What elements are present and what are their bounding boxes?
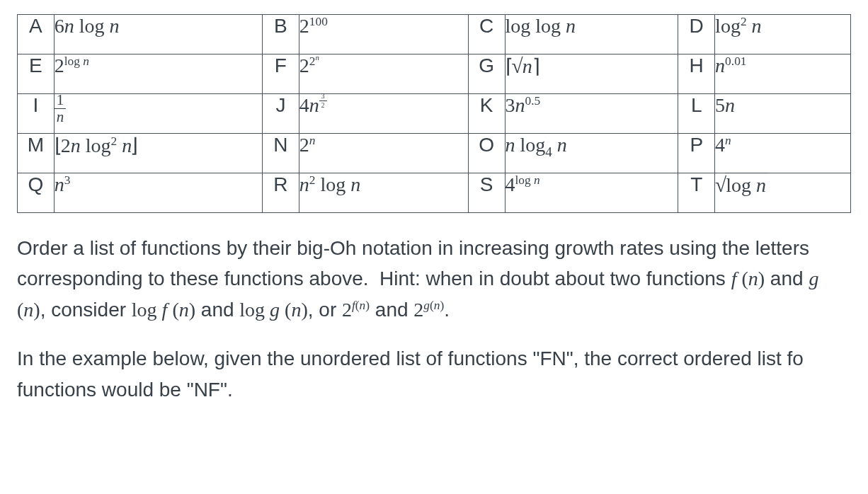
cell-label-O: O	[468, 134, 505, 173]
table-row: A6n log nB2100Clog log nDlog2 n	[18, 15, 851, 54]
table-body: A6n log nB2100Clog log nDlog2 nE2log nF2…	[18, 15, 851, 213]
cell-label-N: N	[263, 134, 299, 173]
cell-expr-B: 2100	[299, 15, 468, 54]
cell-expr-D: log2 n	[715, 15, 851, 54]
cell-label-J: J	[263, 94, 299, 134]
cell-expr-T: log n	[715, 173, 851, 213]
cell-label-C: C	[468, 15, 505, 54]
cell-label-T: T	[678, 173, 715, 213]
cell-label-F: F	[263, 54, 299, 94]
cell-expr-S: 4log n	[505, 173, 678, 213]
instruction-paragraph: Order a list of functions by their big-O…	[17, 233, 851, 325]
cell-expr-F: 22n	[299, 54, 468, 94]
cell-label-M: M	[18, 134, 55, 173]
cell-expr-E: 2log n	[54, 54, 262, 94]
cell-label-H: H	[678, 54, 715, 94]
cell-label-D: D	[678, 15, 715, 54]
table-row: I1nJ4n32K3n0.5L5n	[18, 94, 851, 134]
cell-label-Q: Q	[18, 173, 55, 213]
cell-expr-N: 2n	[299, 134, 468, 173]
cell-expr-I: 1n	[54, 94, 262, 134]
cell-label-R: R	[263, 173, 299, 213]
cell-label-K: K	[468, 94, 505, 134]
cell-expr-H: n0.01	[715, 54, 851, 94]
table-row: Qn3Rn2 log nS4log nTlog n	[18, 173, 851, 213]
cell-label-S: S	[468, 173, 505, 213]
cell-expr-L: 5n	[715, 94, 851, 134]
cell-expr-A: 6n log n	[54, 15, 262, 54]
cell-expr-G: ⌈n⌉	[505, 54, 678, 94]
cell-label-G: G	[468, 54, 505, 94]
cell-expr-O: n log4 n	[505, 134, 678, 173]
cell-expr-C: log log n	[505, 15, 678, 54]
cell-label-I: I	[18, 94, 55, 134]
cell-expr-M: ⌊2n log2 n⌋	[54, 134, 262, 173]
cell-expr-J: 4n32	[299, 94, 468, 134]
cell-expr-Q: n3	[54, 173, 262, 213]
cell-label-L: L	[678, 94, 715, 134]
cell-expr-R: n2 log n	[299, 173, 468, 213]
cell-expr-P: 4n	[715, 134, 851, 173]
cell-expr-K: 3n0.5	[505, 94, 678, 134]
cell-label-B: B	[263, 15, 299, 54]
cell-label-E: E	[18, 54, 55, 94]
table-row: M⌊2n log2 n⌋N2nOn log4 nP4n	[18, 134, 851, 173]
cell-label-A: A	[18, 15, 55, 54]
cell-label-P: P	[678, 134, 715, 173]
example-paragraph: In the example below, given the unordere…	[17, 343, 851, 405]
functions-table: A6n log nB2100Clog log nDlog2 nE2log nF2…	[17, 14, 851, 213]
table-row: E2log nF22nG⌈n⌉Hn0.01	[18, 54, 851, 94]
